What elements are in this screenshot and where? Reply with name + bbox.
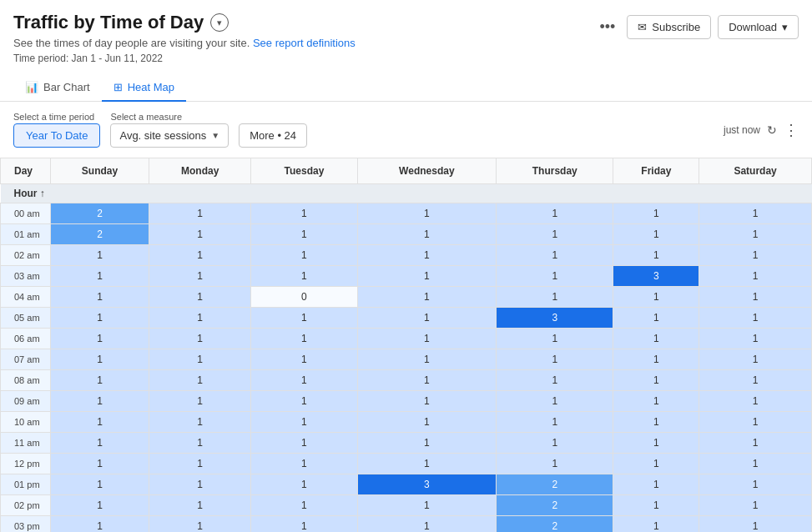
subheader-hour[interactable]: Hour ↑ bbox=[1, 184, 51, 203]
heat-cell[interactable]: 1 bbox=[51, 495, 149, 516]
heat-cell[interactable]: 3 bbox=[357, 474, 496, 495]
heat-cell[interactable]: 1 bbox=[699, 245, 812, 266]
heat-cell[interactable]: 1 bbox=[149, 349, 251, 370]
heat-cell[interactable]: 1 bbox=[497, 412, 613, 433]
heat-cell[interactable]: 1 bbox=[251, 245, 357, 266]
heat-cell[interactable]: 1 bbox=[357, 308, 496, 329]
heat-cell[interactable]: 1 bbox=[149, 474, 251, 495]
heat-cell[interactable]: 1 bbox=[613, 203, 699, 224]
heat-cell[interactable]: 1 bbox=[699, 495, 812, 516]
heat-cell[interactable]: 1 bbox=[251, 370, 357, 391]
heat-cell[interactable]: 1 bbox=[357, 412, 496, 433]
heat-cell[interactable]: 1 bbox=[251, 266, 357, 287]
heat-cell[interactable]: 1 bbox=[51, 287, 149, 308]
heat-cell[interactable]: 1 bbox=[51, 329, 149, 349]
heat-cell[interactable]: 1 bbox=[51, 266, 149, 287]
heat-cell[interactable]: 1 bbox=[357, 203, 496, 224]
heat-cell[interactable]: 1 bbox=[51, 454, 149, 474]
heat-cell[interactable]: 1 bbox=[699, 391, 812, 412]
heat-cell[interactable]: 1 bbox=[357, 245, 496, 266]
heat-cell[interactable]: 1 bbox=[357, 266, 496, 287]
heat-cell[interactable]: 1 bbox=[497, 329, 613, 349]
heat-cell[interactable]: 1 bbox=[251, 454, 357, 474]
heat-cell[interactable]: 1 bbox=[357, 516, 496, 533]
heat-cell[interactable]: 1 bbox=[357, 391, 496, 412]
heat-cell[interactable]: 1 bbox=[497, 287, 613, 308]
heat-cell[interactable]: 1 bbox=[149, 224, 251, 245]
heat-cell[interactable]: 2 bbox=[51, 203, 149, 224]
heat-cell[interactable]: 1 bbox=[251, 391, 357, 412]
heat-cell[interactable]: 1 bbox=[613, 454, 699, 474]
heat-cell[interactable]: 1 bbox=[357, 433, 496, 454]
heat-cell[interactable]: 1 bbox=[149, 287, 251, 308]
heat-cell[interactable]: 1 bbox=[613, 516, 699, 533]
heat-cell[interactable]: 3 bbox=[497, 308, 613, 329]
kebab-menu-icon[interactable]: ⋮ bbox=[784, 121, 799, 139]
heat-cell[interactable]: 1 bbox=[51, 391, 149, 412]
heat-cell[interactable]: 1 bbox=[251, 412, 357, 433]
heat-cell[interactable]: 1 bbox=[51, 516, 149, 533]
heat-cell[interactable]: 3 bbox=[613, 266, 699, 287]
heat-cell[interactable]: 1 bbox=[699, 203, 812, 224]
heat-cell[interactable]: 1 bbox=[51, 370, 149, 391]
heat-cell[interactable]: 1 bbox=[357, 495, 496, 516]
heat-cell[interactable]: 1 bbox=[699, 329, 812, 349]
heat-cell[interactable]: 1 bbox=[497, 266, 613, 287]
heat-cell[interactable]: 1 bbox=[51, 308, 149, 329]
heat-cell[interactable]: 1 bbox=[613, 391, 699, 412]
heat-cell[interactable]: 1 bbox=[251, 474, 357, 495]
heat-cell[interactable]: 1 bbox=[613, 329, 699, 349]
more-button[interactable]: More • 24 bbox=[239, 123, 307, 148]
chevron-down-icon[interactable]: ▾ bbox=[210, 13, 229, 32]
heat-cell[interactable]: 1 bbox=[699, 474, 812, 495]
heat-cell[interactable]: 1 bbox=[699, 308, 812, 329]
heat-cell[interactable]: 1 bbox=[497, 454, 613, 474]
heat-cell[interactable]: 1 bbox=[613, 433, 699, 454]
heat-cell[interactable]: 1 bbox=[149, 412, 251, 433]
heat-cell[interactable]: 0 bbox=[251, 287, 357, 308]
heat-cell[interactable]: 1 bbox=[497, 224, 613, 245]
heat-cell[interactable]: 1 bbox=[51, 245, 149, 266]
heat-cell[interactable]: 1 bbox=[699, 224, 812, 245]
heat-cell[interactable]: 1 bbox=[497, 391, 613, 412]
heat-cell[interactable]: 1 bbox=[613, 370, 699, 391]
heat-cell[interactable]: 1 bbox=[497, 433, 613, 454]
heat-cell[interactable]: 1 bbox=[699, 433, 812, 454]
heat-cell[interactable]: 1 bbox=[251, 433, 357, 454]
heat-cell[interactable]: 1 bbox=[613, 474, 699, 495]
heat-cell[interactable]: 1 bbox=[613, 287, 699, 308]
download-button[interactable]: Download ▾ bbox=[718, 15, 799, 39]
period-button[interactable]: Year To Date bbox=[13, 123, 100, 148]
heat-cell[interactable]: 1 bbox=[149, 308, 251, 329]
heat-cell[interactable]: 1 bbox=[497, 245, 613, 266]
heat-cell[interactable]: 1 bbox=[149, 454, 251, 474]
heat-cell[interactable]: 1 bbox=[699, 516, 812, 533]
measure-select[interactable]: Avg. site sessions ▼ bbox=[110, 123, 229, 148]
heat-cell[interactable]: 1 bbox=[497, 203, 613, 224]
heat-cell[interactable]: 1 bbox=[613, 495, 699, 516]
heat-cell[interactable]: 1 bbox=[51, 412, 149, 433]
heat-cell[interactable]: 1 bbox=[699, 454, 812, 474]
heat-cell[interactable]: 1 bbox=[51, 349, 149, 370]
heat-cell[interactable]: 2 bbox=[51, 224, 149, 245]
heat-cell[interactable]: 1 bbox=[357, 370, 496, 391]
heat-cell[interactable]: 1 bbox=[699, 349, 812, 370]
heat-cell[interactable]: 1 bbox=[149, 391, 251, 412]
heat-cell[interactable]: 1 bbox=[149, 433, 251, 454]
heat-cell[interactable]: 1 bbox=[51, 474, 149, 495]
report-definitions-link[interactable]: See report definitions bbox=[253, 37, 356, 49]
heat-cell[interactable]: 1 bbox=[613, 349, 699, 370]
heat-cell[interactable]: 1 bbox=[251, 349, 357, 370]
heat-cell[interactable]: 1 bbox=[613, 245, 699, 266]
refresh-icon[interactable]: ↻ bbox=[767, 123, 777, 137]
heat-cell[interactable]: 1 bbox=[149, 329, 251, 349]
heat-cell[interactable]: 1 bbox=[149, 203, 251, 224]
heat-cell[interactable]: 1 bbox=[251, 308, 357, 329]
heat-cell[interactable]: 1 bbox=[357, 454, 496, 474]
heat-cell[interactable]: 1 bbox=[613, 308, 699, 329]
heat-cell[interactable]: 1 bbox=[357, 287, 496, 308]
tab-bar-chart[interactable]: 📊 Bar Chart bbox=[13, 74, 102, 102]
heat-cell[interactable]: 1 bbox=[251, 224, 357, 245]
heat-cell[interactable]: 1 bbox=[497, 349, 613, 370]
tab-heat-map[interactable]: ⊞ Heat Map bbox=[102, 74, 186, 102]
